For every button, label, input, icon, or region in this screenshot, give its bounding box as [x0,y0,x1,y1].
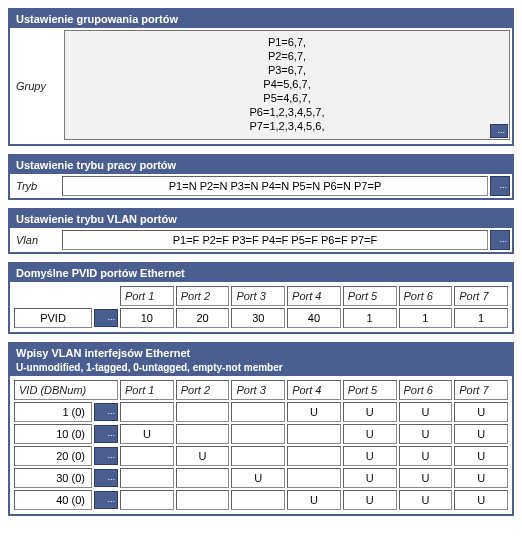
vlan-cell [176,402,230,422]
vlan-cell: U [176,446,230,466]
pvid-col-header: Port 6 [399,286,453,306]
panel-port-grouping: Ustawienie grupowania portów Grupy ... [8,8,514,146]
vlan-cell [231,490,285,510]
vlan-row-edit-button[interactable]: ... [94,403,118,421]
groups-label: Grupy [12,80,60,92]
vlan-btn-cell: ... [94,402,118,422]
vlan-mode-value: P1=F P2=F P3=F P4=F P5=F P6=F P7=F [62,230,488,250]
vlan-vid-cell: 10 (0) [14,424,92,444]
vlan-row: 30 (0)...UUUU [14,468,508,488]
vlan-cell: U [343,446,397,466]
pvid-cell: 10 [120,308,174,328]
panel-port-mode: Ustawienie trybu pracy portów Tryb P1=N … [8,154,514,200]
vlan-vid-cell: 1 (0) [14,402,92,422]
pvid-col-header: Port 2 [176,286,230,306]
vlan-col-header: Port 3 [231,380,285,400]
vlan-row-edit-button[interactable]: ... [94,491,118,509]
vlan-cell [287,446,341,466]
groups-edit-button[interactable]: ... [490,124,508,138]
pvid-table: Port 1 Port 2 Port 3 Port 4 Port 5 Port … [12,284,510,330]
vlan-col-header: Port 1 [120,380,174,400]
vlan-cell [120,446,174,466]
vlan-cell [231,402,285,422]
vlan-mode-label: Vlan [12,230,60,250]
vlan-cell [120,490,174,510]
panel-vlan-mode: Ustawienie trybu VLAN portów Vlan P1=F P… [8,208,514,254]
vlan-cell [176,490,230,510]
vlan-cell [120,468,174,488]
vlan-cell [120,402,174,422]
pvid-row-label: PVID [14,308,92,328]
pvid-col-header: Port 7 [454,286,508,306]
mode-edit-button[interactable]: ... [490,176,510,196]
vlan-row-edit-button[interactable]: ... [94,447,118,465]
vlan-header-row: VID (DBNum) Port 1 Port 2 Port 3 Port 4 … [14,380,508,400]
panel-header-vlan-mode: Ustawienie trybu VLAN portów [10,210,512,228]
pvid-header-row: Port 1 Port 2 Port 3 Port 4 Port 5 Port … [14,286,508,306]
vlan-cell: U [399,402,453,422]
pvid-col-header: Port 1 [120,286,174,306]
vlan-cell [231,424,285,444]
vlan-btn-cell: ... [94,424,118,444]
vlan-cell: U [343,468,397,488]
vlan-row-edit-button[interactable]: ... [94,469,118,487]
pvid-cell: 40 [287,308,341,328]
panel-subheader-vlan-entries: U-unmodified, 1-tagged, 0-untagged, empt… [10,362,512,376]
vlan-cell: U [231,468,285,488]
panel-header-pvid: Domyślne PVID portów Ethernet [10,264,512,282]
vlan-cell: U [343,402,397,422]
vlan-cell: U [287,402,341,422]
pvid-cell: 1 [343,308,397,328]
pvid-cell: 20 [176,308,230,328]
vlan-cell [176,424,230,444]
groups-textarea[interactable] [64,30,510,140]
vlan-col-header: Port 4 [287,380,341,400]
vlan-cell: U [399,468,453,488]
pvid-cell: 1 [399,308,453,328]
vlan-btn-cell: ... [94,446,118,466]
vlan-cell [287,424,341,444]
vlan-cell: U [454,490,508,510]
vlan-mode-edit-button[interactable]: ... [490,230,510,250]
vlan-cell: U [454,402,508,422]
vlan-vid-cell: 20 (0) [14,446,92,466]
panel-header-grouping: Ustawienie grupowania portów [10,10,512,28]
pvid-col-header: Port 3 [231,286,285,306]
pvid-col-header: Port 4 [287,286,341,306]
vlan-btn-cell: ... [94,468,118,488]
vlan-col-header: Port 5 [343,380,397,400]
vlan-cell [231,446,285,466]
pvid-edit-button[interactable]: ... [94,309,118,327]
vid-header: VID (DBNum) [14,380,118,400]
vlan-col-header: Port 6 [399,380,453,400]
vlan-cell: U [454,446,508,466]
vlan-vid-cell: 30 (0) [14,468,92,488]
vlan-cell: U [399,424,453,444]
panel-header-mode: Ustawienie trybu pracy portów [10,156,512,174]
vlan-cell: U [399,446,453,466]
vlan-entries-table: VID (DBNum) Port 1 Port 2 Port 3 Port 4 … [12,378,510,512]
vlan-row: 1 (0)...UUUU [14,402,508,422]
mode-label: Tryb [12,176,60,196]
pvid-col-header: Port 5 [343,286,397,306]
mode-value: P1=N P2=N P3=N P4=N P5=N P6=N P7=P [62,176,488,196]
vlan-cell: U [343,424,397,444]
vlan-cell: U [454,468,508,488]
vlan-row: 40 (0)...UUUU [14,490,508,510]
vlan-row: 10 (0)...UUUU [14,424,508,444]
vlan-cell: U [454,424,508,444]
vlan-btn-cell: ... [94,490,118,510]
panel-header-vlan-entries: Wpisy VLAN interfejsów Ethernet [10,344,512,362]
vlan-col-header: Port 7 [454,380,508,400]
pvid-cell: 30 [231,308,285,328]
vlan-row-edit-button[interactable]: ... [94,425,118,443]
vlan-row: 20 (0)...UUUU [14,446,508,466]
vlan-cell [287,468,341,488]
vlan-cell [176,468,230,488]
vlan-col-header: Port 2 [176,380,230,400]
vlan-cell: U [399,490,453,510]
panel-pvid: Domyślne PVID portów Ethernet Port 1 Por… [8,262,514,334]
vlan-cell: U [120,424,174,444]
vlan-cell: U [287,490,341,510]
vlan-vid-cell: 40 (0) [14,490,92,510]
